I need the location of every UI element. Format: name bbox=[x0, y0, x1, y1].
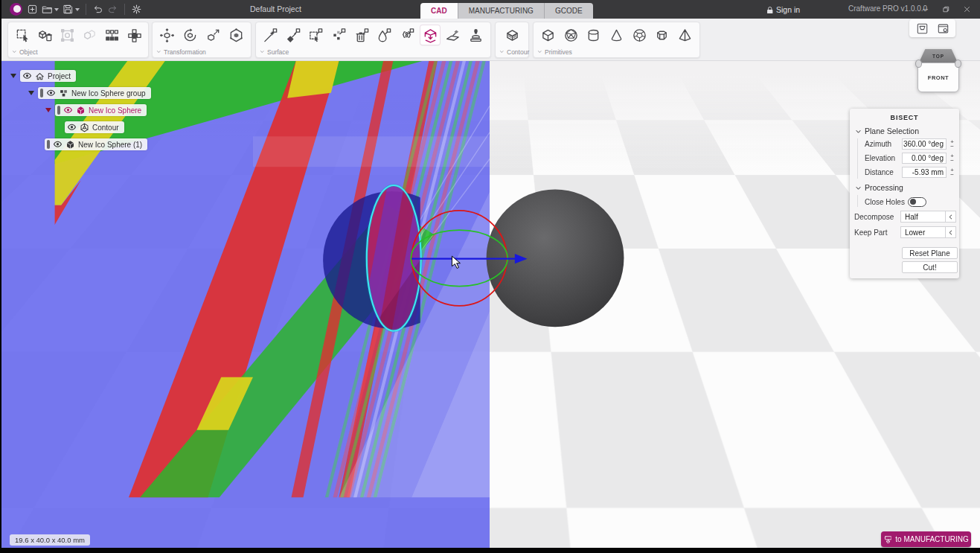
nav-cube-front-face[interactable]: FRONT bbox=[917, 63, 959, 92]
prim-pyramid-icon[interactable] bbox=[675, 25, 694, 45]
minimize-button[interactable] bbox=[915, 0, 935, 19]
chevron-left-icon[interactable] bbox=[945, 227, 955, 237]
transform-box-icon[interactable] bbox=[226, 25, 246, 45]
redo-button bbox=[107, 4, 118, 15]
reset-plane-button[interactable]: Reset Plane bbox=[902, 247, 958, 259]
surface-drop-icon[interactable] bbox=[375, 25, 394, 45]
surface-wand-icon[interactable] bbox=[261, 25, 281, 45]
close-holes-toggle[interactable] bbox=[908, 197, 926, 207]
delete-object-icon[interactable] bbox=[35, 25, 54, 45]
select-object-icon[interactable] bbox=[13, 25, 32, 45]
keep-part-select[interactable]: Lower bbox=[900, 226, 956, 238]
eye-icon[interactable] bbox=[63, 106, 73, 115]
tree-item-new-ico-sphere-1-[interactable]: New Ico Sphere (1) bbox=[45, 138, 147, 150]
nav-cube-top-face[interactable]: TOP bbox=[919, 49, 958, 63]
field-label: Elevation bbox=[865, 154, 902, 162]
surface-stamp-icon[interactable] bbox=[466, 25, 485, 45]
eye-icon[interactable] bbox=[67, 123, 77, 132]
azimuth-input[interactable]: 360.00 °deg bbox=[902, 138, 947, 150]
restore-button[interactable] bbox=[935, 0, 956, 19]
merge-objects-icon[interactable] bbox=[124, 25, 144, 45]
elevation-input[interactable]: 0.00 °deg bbox=[902, 153, 947, 164]
nav-cube-corner-right[interactable] bbox=[955, 60, 961, 68]
tree-expand-caret[interactable] bbox=[28, 91, 34, 95]
eye-icon[interactable] bbox=[22, 71, 32, 81]
to-manufacturing-button[interactable]: to MANUFACTURING bbox=[881, 531, 971, 547]
model-dimensions-badge: 19.6 x 40.0 x 40.0 mm bbox=[10, 534, 90, 546]
group-icon bbox=[59, 89, 68, 98]
group-label[interactable]: Transformation bbox=[156, 48, 206, 56]
group-label[interactable]: Contour bbox=[499, 48, 529, 56]
group-label[interactable]: Primitives bbox=[537, 48, 572, 56]
prim-cylinder-icon[interactable] bbox=[584, 25, 603, 45]
decompose-select[interactable]: Half bbox=[900, 211, 956, 223]
tab-manufacturing[interactable]: MANUFACTURING bbox=[458, 3, 545, 19]
cut-button[interactable]: Cut! bbox=[902, 261, 958, 273]
tree-item-label: Project bbox=[48, 72, 71, 80]
tab-gcode[interactable]: GCODE bbox=[545, 3, 593, 19]
contour-cube-icon[interactable] bbox=[502, 25, 522, 45]
surface-deform-icon[interactable] bbox=[443, 25, 463, 45]
main-toolbar: ObjectTransformationSurfaceContourPrimit… bbox=[0, 19, 980, 61]
open-project-button[interactable] bbox=[42, 4, 59, 15]
tree-item-new-ico-sphere-group[interactable]: New Ico Sphere group bbox=[38, 87, 151, 99]
stepper-down-button[interactable]: − bbox=[948, 144, 956, 149]
tree-expand-caret[interactable] bbox=[45, 108, 51, 112]
stepper-down-button[interactable]: − bbox=[948, 173, 956, 177]
view-cube-icon[interactable] bbox=[914, 21, 930, 36]
section-processing[interactable]: Processing bbox=[855, 183, 959, 192]
group-label[interactable]: Object bbox=[12, 48, 38, 56]
scale-object-icon[interactable] bbox=[203, 25, 222, 45]
caret-down-icon[interactable] bbox=[75, 8, 80, 11]
bisect-panel: BISECT Plane Selection Azimuth360.00 °de… bbox=[850, 109, 959, 278]
prim-cone-icon[interactable] bbox=[607, 25, 627, 45]
prim-cube-icon[interactable] bbox=[539, 25, 558, 45]
tree-item-label: New Ico Sphere group bbox=[71, 89, 146, 98]
rotate-object-icon[interactable] bbox=[181, 25, 200, 45]
navigation-cube[interactable]: TOP FRONT bbox=[916, 49, 961, 94]
array-objects-icon[interactable] bbox=[102, 25, 121, 45]
app-logo-icon[interactable] bbox=[10, 3, 22, 16]
tab-cad[interactable]: CAD bbox=[420, 3, 458, 19]
stepper-down-button[interactable]: − bbox=[948, 159, 956, 163]
prim-icosphere-icon[interactable] bbox=[561, 25, 580, 45]
surface-select-icon[interactable] bbox=[307, 25, 326, 45]
settings-button[interactable] bbox=[131, 4, 142, 15]
distance-input[interactable]: -5.93 mm bbox=[902, 167, 947, 178]
surface-points-icon[interactable] bbox=[330, 25, 349, 45]
new-project-button[interactable] bbox=[27, 4, 38, 15]
tree-item-project[interactable]: Project bbox=[20, 70, 76, 82]
window-left-edge bbox=[0, 0, 1, 553]
section-plane-selection[interactable]: Plane Selection bbox=[855, 127, 959, 135]
nav-cube-corner-left[interactable] bbox=[915, 60, 922, 68]
surface-split-icon[interactable] bbox=[397, 25, 417, 45]
viewport-settings-icon[interactable] bbox=[935, 21, 951, 36]
tree-item-new-ico-sphere[interactable]: New Ico Sphere bbox=[55, 104, 147, 116]
close-button[interactable] bbox=[956, 0, 977, 19]
prim-hexprism-icon[interactable] bbox=[653, 25, 672, 45]
eye-icon[interactable] bbox=[46, 89, 56, 98]
window-bottom-edge bbox=[0, 548, 980, 553]
tree-item-label: Contour bbox=[92, 124, 119, 132]
chevron-left-icon[interactable] bbox=[945, 211, 955, 222]
surface-delete-icon[interactable] bbox=[352, 25, 371, 45]
toolbar-group-surface: Surface bbox=[255, 22, 491, 58]
save-project-button[interactable] bbox=[63, 4, 80, 15]
bisect-icon[interactable] bbox=[420, 25, 440, 45]
undo-button[interactable] bbox=[92, 4, 103, 15]
prim-geosphere-icon[interactable] bbox=[630, 25, 649, 45]
titlebar-toolbar bbox=[27, 0, 142, 19]
group-label[interactable]: Surface bbox=[260, 48, 289, 56]
tree-row: Project bbox=[10, 70, 76, 82]
eye-icon[interactable] bbox=[53, 140, 63, 150]
3d-viewport[interactable]: ProjectNew Ico Sphere groupNew Ico Spher… bbox=[0, 61, 980, 548]
mode-tabs: CADMANUFACTURINGGCODE bbox=[420, 3, 593, 19]
tree-expand-caret[interactable] bbox=[10, 74, 16, 78]
manufacturing-icon bbox=[883, 535, 891, 543]
sign-in-button[interactable]: Sign in bbox=[765, 0, 800, 19]
caret-down-icon[interactable] bbox=[54, 8, 59, 11]
move-object-icon[interactable] bbox=[158, 25, 177, 45]
tree-row: New Ico Sphere group bbox=[28, 87, 151, 99]
surface-paint-icon[interactable] bbox=[284, 25, 303, 45]
tree-item-contour[interactable]: Contour bbox=[65, 121, 124, 133]
